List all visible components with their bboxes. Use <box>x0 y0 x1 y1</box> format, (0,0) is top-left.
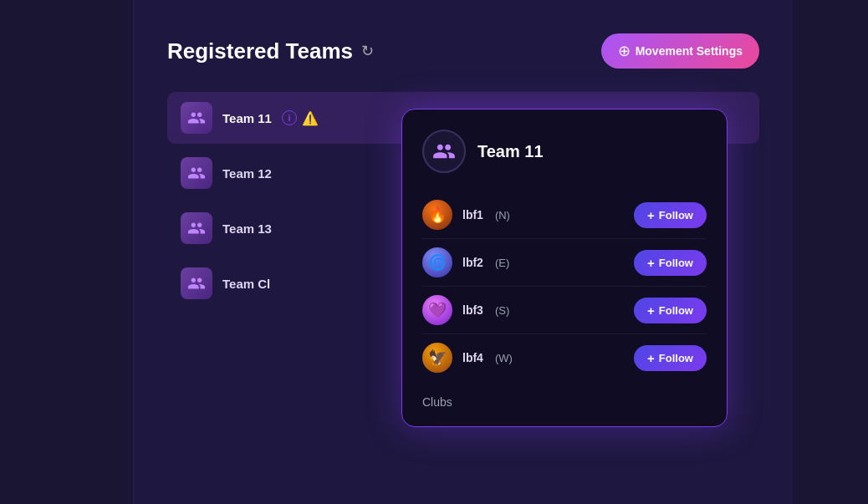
left-sidebar <box>0 0 134 504</box>
member-avatar-lbf1: 🔥 <box>422 200 452 230</box>
follow-label-lbf4: Follow <box>659 352 693 364</box>
team-popup: Team 11 🔥 lbf1 (N) + Follow 🌀 lbf2 <box>401 109 728 427</box>
follow-button-lbf1[interactable]: + Follow <box>634 202 707 228</box>
follow-plus-icon: + <box>647 351 655 365</box>
team13-name: Team 13 <box>222 221 272 236</box>
member-name-lbf4: lbf4 <box>462 351 483 364</box>
plus-icon: ⊕ <box>618 42 631 60</box>
team-icon <box>187 109 206 127</box>
team12-name: Team 12 <box>222 166 272 181</box>
member-name-lbf1: lbf1 <box>462 208 483 221</box>
refresh-icon[interactable]: ↻ <box>361 42 374 60</box>
team-avatar-team12 <box>181 157 212 189</box>
warn-badge-team11[interactable]: ⚠️ <box>302 110 319 126</box>
member-row-lbf2: 🌀 lbf2 (E) + Follow <box>422 239 707 287</box>
clubs-label: Clubs <box>422 395 452 409</box>
member-role-lbf3: (S) <box>495 304 509 317</box>
team11-badges: i ⚠️ <box>282 110 319 126</box>
follow-label-lbf2: Follow <box>659 257 693 269</box>
follow-button-lbf4[interactable]: + Follow <box>634 345 707 371</box>
member-left-lbf3: 💜 lbf3 (S) <box>422 295 509 325</box>
right-strip <box>793 0 868 504</box>
clubs-section: Clubs <box>422 395 707 410</box>
popup-team-name: Team 11 <box>477 142 544 161</box>
team-icon <box>187 274 206 293</box>
member-list: 🔥 lbf1 (N) + Follow 🌀 lbf2 (E) + <box>422 191 707 381</box>
team11-name: Team 11 <box>222 111 272 125</box>
member-left-lbf1: 🔥 lbf1 (N) <box>422 200 510 230</box>
follow-button-lbf2[interactable]: + Follow <box>634 250 707 276</box>
member-role-lbf2: (E) <box>495 257 509 269</box>
popup-team-icon <box>422 130 466 173</box>
member-row-lbf4: 🦅 lbf4 (W) + Follow <box>422 334 707 381</box>
member-avatar-lbf4: 🦅 <box>422 343 452 373</box>
member-row-lbf1: 🔥 lbf1 (N) + Follow <box>422 191 707 239</box>
member-avatar-lbf2: 🌀 <box>422 247 452 277</box>
member-left-lbf2: 🌀 lbf2 (E) <box>422 247 509 277</box>
main-content: Registered Teams ↻ ⊕ Movement Settings T… <box>134 0 793 504</box>
member-avatar-lbf3: 💜 <box>422 295 452 325</box>
member-name-lbf3: lbf3 <box>462 303 483 317</box>
member-left-lbf4: 🦅 lbf4 (W) <box>422 343 513 373</box>
movement-settings-label: Movement Settings <box>636 44 743 58</box>
team-avatar-team13 <box>181 212 212 244</box>
member-row-lbf3: 💜 lbf3 (S) + Follow <box>422 287 707 334</box>
info-badge-team11[interactable]: i <box>282 110 297 125</box>
follow-plus-icon: + <box>647 256 655 270</box>
page-title-area: Registered Teams ↻ <box>167 38 374 64</box>
page-header: Registered Teams ↻ ⊕ Movement Settings <box>167 33 759 69</box>
team-avatar-teamcl <box>181 267 212 299</box>
team11-name-area: Team 11 i ⚠️ <box>222 110 319 126</box>
popup-header: Team 11 <box>422 130 707 173</box>
team-avatar-team11 <box>181 102 212 134</box>
team-icon <box>187 219 206 237</box>
teamcl-name: Team Cl <box>222 277 270 291</box>
member-role-lbf1: (N) <box>495 209 510 221</box>
team-icon <box>187 164 206 182</box>
member-role-lbf4: (W) <box>495 352 513 364</box>
popup-team-svg <box>432 140 456 163</box>
member-name-lbf2: lbf2 <box>462 256 483 269</box>
follow-plus-icon: + <box>647 303 655 318</box>
follow-plus-icon: + <box>647 208 655 222</box>
movement-settings-button[interactable]: ⊕ Movement Settings <box>601 33 759 69</box>
follow-button-lbf3[interactable]: + Follow <box>634 298 707 323</box>
page-title: Registered Teams <box>167 38 353 64</box>
follow-label-lbf1: Follow <box>659 209 693 221</box>
follow-label-lbf3: Follow <box>659 304 693 317</box>
